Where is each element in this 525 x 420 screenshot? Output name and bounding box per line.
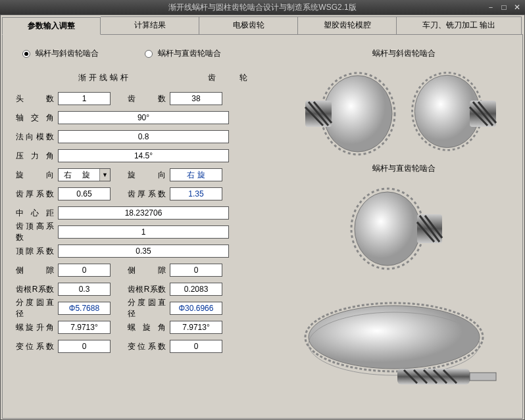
- label-shift-coef2: 变位系数: [128, 341, 170, 352]
- input-root-r[interactable]: 0.3: [58, 283, 111, 296]
- radio-helical[interactable]: 蜗杆与斜齿轮啮合: [22, 48, 99, 59]
- svg-rect-25: [470, 373, 496, 381]
- input-normal-module[interactable]: 0.8: [58, 130, 229, 143]
- label-backlash: 侧 隙: [16, 265, 58, 276]
- title-bar: 渐开线蜗杆与圆柱齿轮啮合设计与制造系统WSG2.1版 － □ ✕: [0, 0, 525, 14]
- chevron-down-icon: ▼: [99, 169, 110, 181]
- input-shaft-angle[interactable]: 90°: [58, 111, 229, 124]
- close-button[interactable]: ✕: [512, 3, 522, 12]
- radio-spur[interactable]: 蜗杆与直齿轮啮合: [145, 48, 221, 59]
- radio-empty-icon: [145, 50, 153, 58]
- caption-spur: 蜗杆与直齿轮啮合: [299, 163, 509, 174]
- input-root-r2[interactable]: 0.2083: [170, 283, 222, 296]
- label-thick-coef2: 齿厚系数: [128, 189, 170, 200]
- label-heads: 头 数: [16, 93, 58, 105]
- label-root-r: 齿根R系数: [16, 284, 58, 295]
- input-pitch-dia2[interactable]: Φ30.6966: [170, 302, 222, 315]
- radio-dot-icon: [22, 50, 30, 58]
- input-shift-coef2[interactable]: 0: [170, 340, 222, 353]
- input-pitch-dia[interactable]: Φ5.7688: [58, 302, 111, 315]
- caption-helical: 蜗杆与斜齿轮啮合: [299, 48, 509, 59]
- input-rotation-gear[interactable]: 右 旋: [170, 168, 222, 181]
- select-rotation[interactable]: 右 旋 ▼: [58, 168, 111, 181]
- label-pitch-dia2: 分度圆直径: [128, 297, 170, 319]
- radio-spur-label: 蜗杆与直齿轮啮合: [158, 48, 221, 59]
- illustration-spur: [299, 179, 503, 278]
- label-rotation: 旋 向: [16, 170, 58, 181]
- tab-mold[interactable]: 塑胶齿轮模腔: [298, 16, 397, 34]
- select-rotation-text: 右 旋: [59, 170, 99, 181]
- radio-helical-label: 蜗杆与斜齿轮啮合: [36, 48, 99, 59]
- label-normal-module: 法向模数: [16, 131, 58, 143]
- input-thick-coef2[interactable]: 1.35: [170, 187, 222, 200]
- label-shaft-angle: 轴交角: [16, 112, 58, 124]
- label-pitch-dia: 分度圆直径: [16, 297, 58, 319]
- input-helix-angle[interactable]: 7.9713°: [170, 321, 222, 334]
- input-clearance[interactable]: 0.35: [58, 245, 229, 258]
- input-backlash2[interactable]: 0: [170, 264, 222, 277]
- window-title: 渐开线蜗杆与圆柱齿轮啮合设计与制造系统WSG2.1版: [168, 2, 356, 13]
- label-addendum: 齿顶高系数: [16, 221, 58, 243]
- label-thick-coef: 齿厚系数: [16, 189, 58, 200]
- input-teeth[interactable]: 38: [170, 92, 222, 105]
- svg-point-0: [324, 76, 392, 152]
- label-helix-angle: 螺旋角: [128, 322, 170, 333]
- input-backlash[interactable]: 0: [58, 264, 111, 277]
- input-lead-angle[interactable]: 7.9713°: [58, 321, 111, 334]
- label-teeth: 齿 数: [128, 93, 170, 105]
- input-addendum[interactable]: 1: [58, 225, 229, 239]
- label-rotation-gear: 旋 向: [128, 170, 170, 181]
- column-gear: 齿 轮: [200, 72, 266, 83]
- input-heads[interactable]: 1: [58, 92, 111, 105]
- column-worm: 渐开线蜗杆: [62, 72, 147, 83]
- tab-bar: 参数输入调整 计算结果 电极齿轮 塑胶齿轮模腔 车刀、铣刀加工 输出: [2, 16, 523, 34]
- label-root-r2: 齿根R系数: [128, 284, 170, 295]
- illustration-flat-gear: [299, 291, 503, 396]
- tab-electrode[interactable]: 电极齿轮: [199, 16, 298, 34]
- label-pressure-angle: 压力角: [16, 151, 58, 162]
- input-shift-coef[interactable]: 0: [58, 340, 111, 353]
- tab-output[interactable]: 车刀、铣刀加工 输出: [397, 16, 522, 34]
- svg-point-16: [309, 306, 480, 369]
- label-clearance: 顶隙系数: [16, 246, 58, 257]
- input-center-dist[interactable]: 18.232706: [58, 206, 229, 220]
- label-center-dist: 中心距: [16, 208, 58, 219]
- tab-results[interactable]: 计算结果: [101, 16, 199, 34]
- label-backlash2: 侧 隙: [128, 265, 170, 276]
- illustration-helical: [299, 64, 503, 163]
- input-thick-coef[interactable]: 0.65: [58, 187, 111, 200]
- tab-params[interactable]: 参数输入调整: [2, 17, 101, 35]
- input-pressure-angle[interactable]: 14.5°: [58, 149, 229, 162]
- label-shift-coef: 变位系数: [16, 341, 58, 352]
- minimize-button[interactable]: －: [486, 3, 496, 12]
- maximize-button[interactable]: □: [499, 3, 509, 12]
- label-lead-angle: 螺旋升角: [16, 322, 58, 333]
- svg-point-10: [355, 192, 420, 266]
